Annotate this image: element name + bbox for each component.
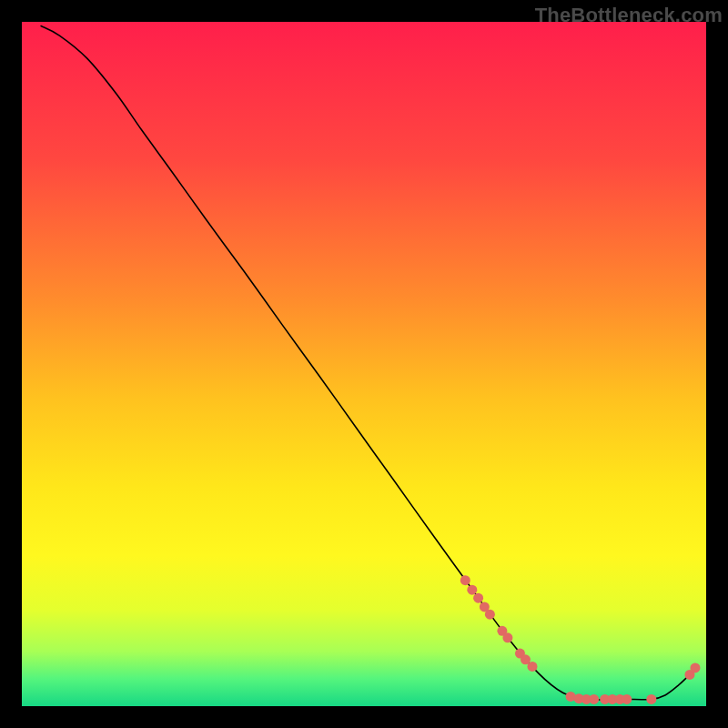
marker-dot — [467, 585, 477, 595]
marker-dot — [589, 694, 599, 704]
marker-dot — [527, 662, 537, 672]
marker-dot — [646, 694, 656, 704]
marker-dot — [473, 593, 483, 603]
gradient-background — [22, 22, 706, 706]
watermark-text: TheBottleneck.com — [535, 4, 723, 27]
marker-dot — [622, 694, 632, 704]
marker-dot — [690, 662, 700, 672]
chart-stage: TheBottleneck.com — [0, 0, 728, 728]
marker-dot — [502, 632, 512, 642]
plot-area — [22, 22, 706, 706]
marker-dot — [460, 575, 470, 585]
marker-dot — [485, 610, 495, 620]
chart-svg — [22, 22, 706, 706]
